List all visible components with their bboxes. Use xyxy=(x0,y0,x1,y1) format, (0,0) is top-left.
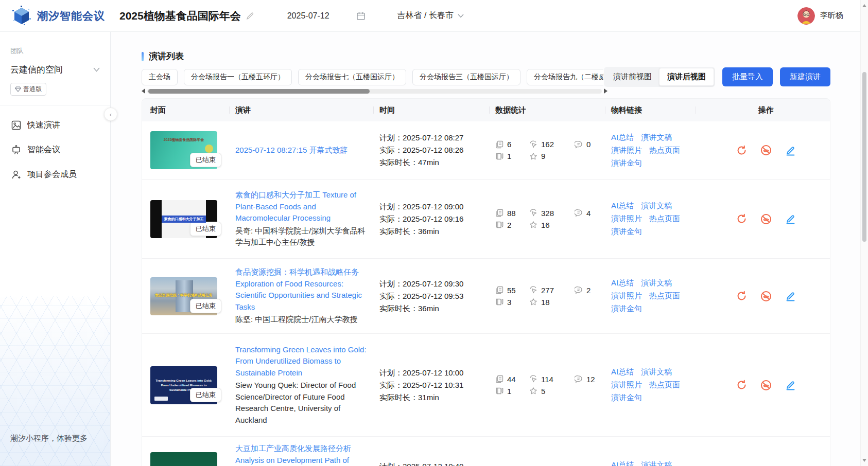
stat-comments: 0 xyxy=(575,140,607,149)
link-speech-photos[interactable]: 演讲照片 xyxy=(611,214,642,224)
scroll-up-arrow-icon[interactable] xyxy=(862,4,866,7)
link-hotspot-page[interactable]: 热点页面 xyxy=(649,146,680,155)
scroll-left-arrow-icon[interactable] xyxy=(142,88,145,94)
new-speech-button[interactable]: 新建演讲 xyxy=(780,67,830,86)
link-speech-photos[interactable]: 演讲照片 xyxy=(611,291,642,301)
hide-button[interactable] xyxy=(760,145,772,156)
planned-time: 计划：2025-07-12 09:00 xyxy=(379,201,495,213)
speech-title-link[interactable]: 2025-07-12 08:27:15 开幕式致辞 xyxy=(235,146,348,154)
venue-tab-3[interactable]: 分会场报告三（五楼国运厅） xyxy=(412,69,520,85)
link-ai-summary[interactable]: AI总结 xyxy=(611,133,634,142)
link-ai-summary[interactable]: AI总结 xyxy=(611,278,634,288)
cover-cell: 食品资源挖掘：科学机遇和战略任务 已结束 xyxy=(150,277,235,315)
refresh-button[interactable] xyxy=(736,291,747,302)
link-speech-photos[interactable]: 演讲照片 xyxy=(611,380,642,390)
material-links-cell: AI总结 演讲文稿 xyxy=(611,437,702,466)
hide-button[interactable] xyxy=(760,213,772,225)
comment-icon xyxy=(575,375,583,383)
link-hotspot-page[interactable]: 热点页面 xyxy=(649,214,680,224)
column-speech: 演讲 xyxy=(235,105,379,115)
speech-title-link[interactable]: 大豆加工产业高质化发展路径分析 Analysis on Development … xyxy=(235,444,351,464)
toggle-before-view[interactable]: 演讲前视图 xyxy=(605,68,659,85)
cover-thumbnail[interactable]: 食品资源挖掘：科学机遇和战略任务 已结束 xyxy=(150,277,217,315)
tabs-scrollbar-track[interactable] xyxy=(147,89,602,94)
link-speech-script[interactable]: 演讲文稿 xyxy=(641,367,672,377)
toggle-after-view[interactable]: 演讲后视图 xyxy=(659,68,714,86)
star-icon xyxy=(529,152,537,160)
edit-icon xyxy=(785,145,796,156)
refresh-icon xyxy=(736,213,747,224)
link-speech-script[interactable]: 演讲文稿 xyxy=(641,133,672,142)
link-golden-quotes[interactable]: 演讲金句 xyxy=(611,393,642,403)
sidebar-item-quick-speech[interactable]: 快速演讲 xyxy=(0,113,110,137)
sidebar-item-members[interactable]: 项目参会成员 xyxy=(0,162,110,187)
link-ai-summary[interactable]: AI总结 xyxy=(611,460,634,466)
link-speech-script[interactable]: 演讲文稿 xyxy=(641,278,672,288)
cover-thumbnail[interactable]: 素食的口感和大分子加工 已结束 xyxy=(150,200,217,238)
venue-tab-9[interactable]: 分会场报告九（二楼威尼斯厅） xyxy=(527,69,603,85)
edit-pencil-icon[interactable] xyxy=(246,12,254,20)
page-scrollbar-thumb[interactable] xyxy=(862,72,866,242)
refresh-icon xyxy=(736,145,747,156)
venue-tab-1[interactable]: 分会场报告一（五楼五环厅） xyxy=(184,69,292,85)
link-speech-script[interactable]: 演讲文稿 xyxy=(641,460,672,466)
space-selector[interactable]: 云建信的空间 xyxy=(10,64,100,76)
scroll-down-arrow-icon[interactable] xyxy=(862,459,866,462)
star-icon xyxy=(529,221,537,229)
refresh-button[interactable] xyxy=(736,145,747,156)
edit-button[interactable] xyxy=(785,291,796,302)
tabs-scrollbar-thumb[interactable] xyxy=(148,89,370,94)
refresh-button[interactable] xyxy=(736,380,747,391)
link-ai-summary[interactable]: AI总结 xyxy=(611,367,634,377)
link-ai-summary[interactable]: AI总结 xyxy=(611,201,634,211)
stats-cell xyxy=(495,437,611,466)
cover-cell: 2025植物基食品国际年会 已结束 xyxy=(150,131,235,169)
speech-title-link[interactable]: Transforming Green Leaves into Gold: Fro… xyxy=(235,345,367,377)
speech-title-link[interactable]: 食品资源挖掘：科学机遇和战略任务 Exploration of Food Res… xyxy=(235,267,362,311)
cover-thumbnail[interactable] xyxy=(150,452,217,466)
edit-button[interactable] xyxy=(785,380,796,391)
link-speech-script[interactable]: 演讲文稿 xyxy=(641,201,672,211)
sidebar-collapse-button[interactable]: ‹ xyxy=(104,107,117,121)
link-golden-quotes[interactable]: 演讲金句 xyxy=(611,304,642,314)
material-links-cell: AI总结 演讲文稿 演讲照片 热点页面 演讲金句 xyxy=(611,278,702,314)
speech-cell: 食品资源挖掘：科学机遇和战略任务 Exploration of Food Res… xyxy=(235,266,379,326)
page-scrollbar[interactable] xyxy=(860,0,868,466)
cover-cell: 素食的口感和大分子加工 已结束 xyxy=(150,200,235,238)
location-selector[interactable]: 吉林省 / 长春市 xyxy=(397,10,464,21)
hide-button[interactable] xyxy=(760,380,772,391)
speech-table: 封面 演讲 时间 数据统计 物料链接 操作 2025植物基食品国际年会 已结束 … xyxy=(142,98,830,466)
edit-button[interactable] xyxy=(785,213,796,225)
cover-thumbnail[interactable]: 2025植物基食品国际年会 已结束 xyxy=(150,131,217,169)
link-speech-photos[interactable]: 演讲照片 xyxy=(611,146,642,155)
stat-stars: 5 xyxy=(529,387,575,396)
column-stats: 数据统计 xyxy=(495,105,611,115)
stats-cell: 88 328 4 xyxy=(495,209,611,229)
batch-import-button[interactable]: 批量导入 xyxy=(722,67,773,86)
section-header: 演讲列表 xyxy=(142,50,184,62)
hide-button[interactable] xyxy=(760,291,772,302)
link-hotspot-page[interactable]: 热点页面 xyxy=(649,291,680,301)
link-golden-quotes[interactable]: 演讲金句 xyxy=(611,158,642,168)
scroll-right-arrow-icon[interactable] xyxy=(604,88,607,94)
cover-cell xyxy=(150,437,235,466)
list-controls: 主会场 分会场报告一（五楼五环厅） 分会场报告七（五楼国运厅） 分会场报告三（五… xyxy=(142,66,830,89)
stat-stars: 16 xyxy=(529,221,575,229)
meeting-date[interactable]: 2025-07-12 xyxy=(287,11,329,21)
view-toggle: 演讲前视图 演讲后视图 xyxy=(604,67,715,87)
user-name[interactable]: 李昕杨 xyxy=(820,11,843,21)
edit-button[interactable] xyxy=(785,145,796,156)
avatar[interactable] xyxy=(797,7,815,25)
venue-tab-main[interactable]: 主会场 xyxy=(142,69,178,85)
cover-thumbnail[interactable]: Transforming Green Leaves into Gold: Fro… xyxy=(150,366,217,404)
venue-tab-7[interactable]: 分会场报告七（五楼国运厅） xyxy=(298,69,406,85)
section-title: 演讲列表 xyxy=(149,50,184,62)
speech-title-link[interactable]: 素食的口感和大分子加工 Texture of Plant-Based Foods… xyxy=(235,190,356,222)
link-golden-quotes[interactable]: 演讲金句 xyxy=(611,227,642,237)
comment-icon xyxy=(575,140,583,149)
refresh-button[interactable] xyxy=(736,213,747,225)
link-hotspot-page[interactable]: 热点页面 xyxy=(649,380,680,390)
sidebar-item-smart-meeting[interactable]: 智能会议 xyxy=(0,137,110,162)
stat-views-value: 162 xyxy=(541,140,554,149)
calendar-icon[interactable] xyxy=(356,11,366,21)
